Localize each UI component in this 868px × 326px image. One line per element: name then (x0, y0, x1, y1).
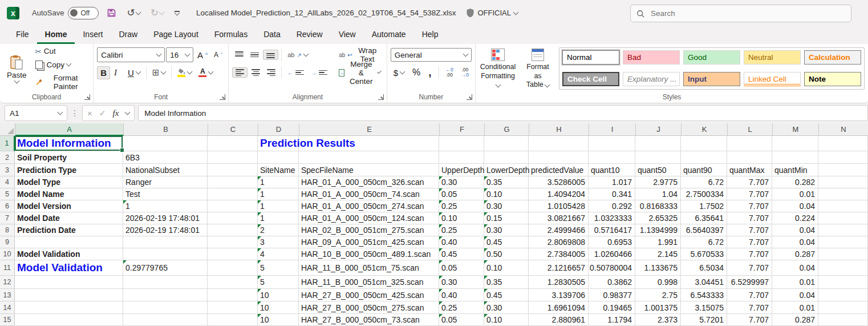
cell-F15[interactable]: 0.05 (439, 314, 484, 326)
bottom-align-button[interactable] (263, 50, 278, 60)
cell-L3[interactable]: quantMax (727, 164, 772, 176)
cell-J10[interactable]: 2.145 (635, 248, 681, 260)
cell-K5[interactable]: 2.7500334 (681, 188, 727, 200)
cell-M8[interactable]: 0.04 (772, 224, 818, 236)
cell-M12[interactable]: 0.01 (772, 276, 818, 289)
cell-A5[interactable]: Model Name (15, 188, 123, 200)
row-header-9[interactable]: 9 (0, 236, 15, 248)
cell-N6[interactable] (818, 200, 868, 212)
cell-C13[interactable] (208, 289, 258, 301)
cell-I11[interactable]: 0.50780004 (589, 260, 635, 276)
save-button[interactable] (104, 7, 119, 19)
cell-K7[interactable]: 6.35641 (681, 212, 727, 224)
cell-G3[interactable]: LowerDepth (484, 164, 529, 176)
font-color-button[interactable]: A (196, 67, 216, 79)
cell-M14[interactable]: 0.01 (772, 301, 818, 314)
cell-N13[interactable] (818, 289, 868, 301)
cell-N1[interactable] (818, 136, 868, 151)
cell-A11[interactable]: Model Validation (15, 260, 123, 276)
tab-view[interactable]: View (331, 26, 364, 44)
cell-F1[interactable] (439, 136, 484, 151)
undo-button[interactable]: ↺ (124, 6, 142, 20)
col-header-K[interactable]: K (682, 123, 728, 136)
cell-D11[interactable]: 5 (258, 260, 299, 276)
row-header-2[interactable]: 2 (0, 151, 15, 164)
cell-J15[interactable]: 2.373 (635, 314, 681, 326)
cell-C11[interactable] (208, 260, 258, 276)
cell-D7[interactable]: 1 (258, 212, 299, 224)
cell-H11[interactable]: 2.1216657 (529, 260, 589, 276)
cell-F2[interactable] (439, 151, 484, 164)
row-header-13[interactable]: 13 (0, 289, 15, 301)
row-header-4[interactable]: 4 (0, 176, 15, 188)
cell-E15[interactable]: HAR_27_B_000_050cm_73.scan (299, 314, 439, 326)
cell-M15[interactable]: 0.287 (772, 314, 818, 326)
cell-B7[interactable]: 2026-02-19 17:48:01 (123, 212, 208, 224)
underline-button[interactable]: U (125, 67, 143, 79)
formula-input[interactable]: Model Information (138, 105, 868, 121)
cell-E7[interactable]: HAR_01_A_000_050cm_124.scan (299, 212, 439, 224)
increase-font-size-button[interactable]: A^ (194, 49, 210, 61)
cell-G11[interactable]: 0.10 (484, 260, 529, 276)
cell-G1[interactable] (484, 136, 529, 151)
cell-F14[interactable]: 0.25 (439, 301, 484, 314)
customize-quick-access-button[interactable] (172, 9, 182, 17)
cell-D15[interactable]: 10 (258, 314, 299, 326)
cell-C2[interactable] (208, 151, 258, 164)
cell-N12[interactable] (818, 276, 868, 289)
sensitivity-label[interactable]: OFFICIAL (466, 8, 518, 18)
orientation-button[interactable]: ab↗ (285, 50, 311, 59)
cell-K9[interactable]: 6.72 (681, 236, 727, 248)
comma-format-button[interactable]: , (425, 65, 434, 80)
cell-L5[interactable]: 7.707 (727, 188, 772, 200)
cancel-button[interactable]: × (87, 108, 92, 118)
cell-K14[interactable]: 3.15075 (681, 301, 727, 314)
cell-G6[interactable]: 0.30 (484, 200, 529, 212)
cell-E3[interactable]: SpecFileName (299, 164, 439, 176)
cell-D9[interactable]: 3 (258, 236, 299, 248)
cell-H12[interactable]: 1.2830505 (529, 276, 589, 289)
cell-J6[interactable]: 0.8168333 (635, 200, 681, 212)
select-all-corner[interactable] (0, 123, 15, 136)
font-size-combo[interactable]: 16 (166, 47, 193, 62)
autosave-toggle[interactable]: Off (68, 7, 99, 19)
cell-K2[interactable] (681, 151, 727, 164)
cell-C9[interactable] (208, 236, 258, 248)
cell-J12[interactable]: 0.998 (635, 276, 681, 289)
style-chip-explanatory[interactable]: Explanatory ... (623, 72, 680, 86)
tab-data[interactable]: Data (255, 26, 289, 44)
cell-E13[interactable]: HAR_27_B_000_050cm_425.scan (299, 289, 439, 301)
name-box[interactable]: A1 (5, 105, 67, 121)
italic-button[interactable]: I (111, 67, 124, 79)
percent-format-button[interactable]: % (409, 66, 423, 79)
cell-M11[interactable]: 0.04 (772, 260, 818, 276)
cell-F5[interactable]: 0.05 (439, 188, 484, 200)
insert-function-button[interactable]: fx (113, 108, 119, 118)
tab-draw[interactable]: Draw (111, 26, 145, 44)
cell-C10[interactable] (208, 248, 258, 260)
tab-help[interactable]: Help (414, 26, 447, 44)
increase-indent-button[interactable]: → (308, 68, 330, 77)
cell-K13[interactable]: 6.543333 (681, 289, 727, 301)
tab-home[interactable]: Home (37, 26, 75, 44)
cell-M9[interactable]: 0.04 (772, 236, 818, 248)
cell-M3[interactable]: quantMin (772, 164, 818, 176)
row-header-10[interactable]: 10 (0, 248, 15, 260)
style-chip-neutral[interactable]: Neutral (744, 50, 801, 65)
cell-N15[interactable] (818, 314, 868, 326)
tab-file[interactable]: File (8, 26, 37, 44)
row-header-12[interactable]: 12 (0, 276, 15, 289)
cell-J7[interactable]: 2.65325 (635, 212, 681, 224)
cell-C4[interactable] (208, 176, 258, 188)
cell-F4[interactable]: 0.30 (439, 176, 484, 188)
cell-B11[interactable]: 0.29779765 (123, 260, 208, 276)
fill-handle[interactable] (120, 148, 124, 152)
cell-J2[interactable] (635, 151, 681, 164)
alignment-dialog-launcher[interactable] (378, 94, 384, 100)
cell-F13[interactable]: 0.40 (439, 289, 484, 301)
cell-J3[interactable]: quant50 (635, 164, 681, 176)
cell-A12[interactable] (15, 276, 123, 289)
cell-E4[interactable]: HAR_01_A_000_050cm_326.scan (299, 176, 439, 188)
col-header-J[interactable]: J (636, 123, 682, 136)
cell-K4[interactable]: 6.72 (681, 176, 727, 188)
